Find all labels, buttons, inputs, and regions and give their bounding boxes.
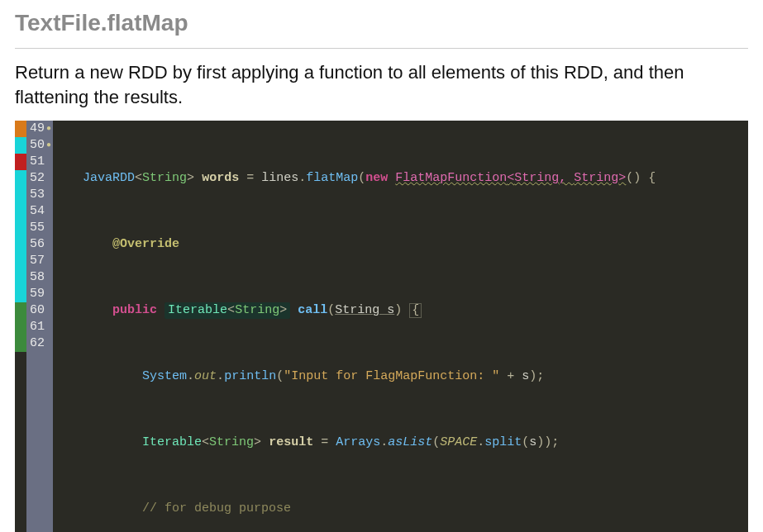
gutter-mark [15,220,26,236]
gutter-mark [15,137,26,154]
divider [15,48,748,49]
code-line: @Override [53,236,748,253]
code-line: Iterable<String> result = Arrays.asList(… [53,435,748,451]
line-number: 56 [30,236,45,253]
gutter-mark [15,335,26,352]
line-number: 57 [30,253,45,269]
line-number: 53 [30,187,45,203]
code-line: public Iterable<String> call(String s) { [53,302,748,319]
line-number: 61 [30,319,45,335]
gutter-mark [15,286,26,302]
page-title: TextFile.flatMap [15,10,748,36]
code-content: JavaRDD<String> words = lines.flatMap(ne… [53,121,748,532]
gutter-mark [15,170,26,187]
line-number: 59 [30,286,45,302]
code-editor: 49● 50● 51 52 53 54 55 56 57 58 59 60 61… [15,121,748,532]
gutter-mark [15,187,26,203]
line-number: 60 [30,302,45,319]
gutter-mark [15,319,26,335]
line-number: 55 [30,220,45,236]
code-line: // for debug purpose [53,501,748,517]
gutter-mark [15,121,26,137]
code-line: JavaRDD<String> words = lines.flatMap(ne… [53,170,748,187]
line-number: 58 [30,269,45,286]
gutter-mark [15,203,26,220]
gutter-marks [15,121,26,532]
fold-brace: { [409,303,422,318]
line-numbers: 49● 50● 51 52 53 54 55 56 57 58 59 60 61… [26,121,53,532]
line-number: 62 [30,335,45,352]
gutter-mark [15,302,26,319]
gutter-mark [15,253,26,269]
line-number: 52 [30,170,45,187]
line-number: 50 [30,137,45,154]
description-text: Return a new RDD by first applying a fun… [15,60,748,109]
code-line: System.out.println("Input for FlagMapFun… [53,368,748,385]
gutter-mark [15,269,26,286]
line-number: 54 [30,203,45,220]
line-number: 49 [30,121,45,137]
gutter-mark [15,154,26,170]
gutter-mark [15,236,26,253]
line-number: 51 [30,154,45,170]
